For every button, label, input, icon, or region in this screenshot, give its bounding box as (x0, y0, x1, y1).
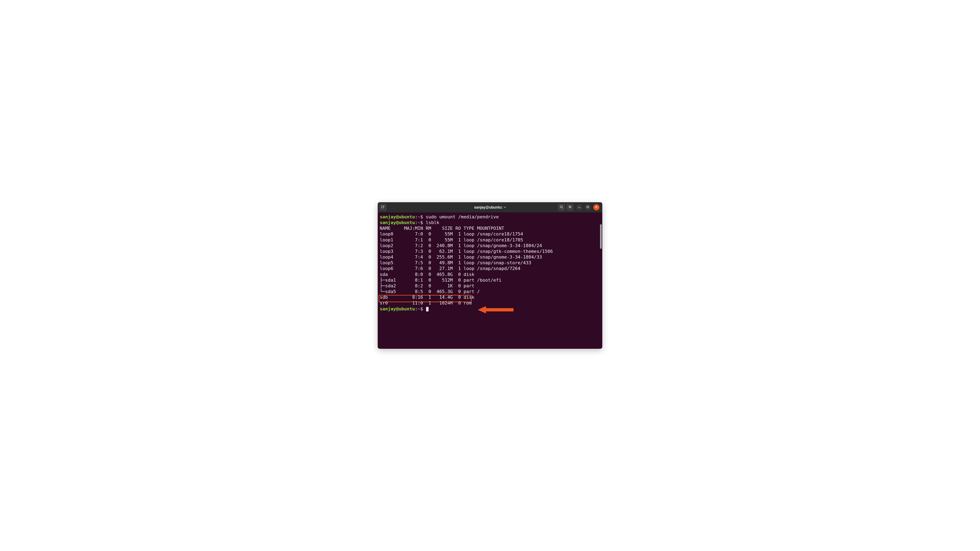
svg-line-4 (562, 208, 563, 208)
prompt-symbol: $ (420, 214, 423, 219)
terminal-window: sanjay@ubuntu: ~ (378, 202, 602, 349)
terminal-output[interactable]: sanjay@ubuntu:~$ sudo umount /media/pend… (378, 213, 602, 349)
arrow-annotation (478, 294, 514, 326)
close-icon (595, 205, 598, 209)
prompt-user: sanjay@ubuntu (380, 220, 415, 225)
new-tab-button[interactable] (379, 204, 387, 211)
new-tab-icon (381, 205, 385, 210)
titlebar: sanjay@ubuntu: ~ (378, 202, 602, 213)
svg-rect-9 (587, 206, 589, 208)
svg-marker-12 (478, 306, 514, 313)
svg-rect-0 (382, 206, 383, 208)
maximize-icon (586, 205, 589, 209)
minimize-icon (578, 205, 581, 209)
command-2: lsblk (426, 220, 439, 225)
hamburger-icon (568, 205, 572, 210)
cursor (426, 307, 428, 311)
prompt-user: sanjay@ubuntu (380, 214, 415, 219)
search-button[interactable] (558, 204, 565, 211)
prompt-path: ~ (417, 214, 420, 219)
svg-point-3 (560, 206, 562, 208)
scrollbar-thumb[interactable] (600, 224, 602, 249)
maximize-button[interactable] (585, 204, 591, 210)
close-button[interactable] (593, 204, 600, 210)
search-icon (560, 205, 563, 210)
prompt-sep: : (415, 214, 417, 219)
menu-button[interactable] (566, 204, 574, 211)
command-1: sudo umount /media/pendrive (426, 214, 499, 219)
minimize-button[interactable] (576, 204, 582, 210)
prompt-user: sanjay@ubuntu (380, 306, 415, 311)
lsblk-table: NAME MAJ:MIN RM SIZE RO TYPE MOUNTPOINT … (380, 226, 553, 305)
